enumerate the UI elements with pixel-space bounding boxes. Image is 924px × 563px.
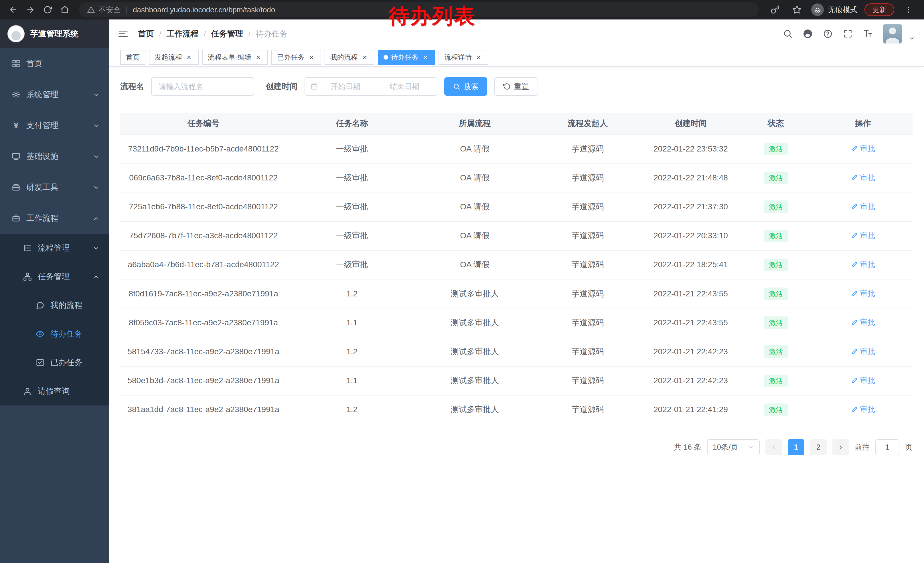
- cell-initiator: 芋道源码: [532, 221, 643, 250]
- next-page-button[interactable]: [832, 439, 849, 455]
- close-icon[interactable]: ×: [361, 53, 369, 61]
- approve-button[interactable]: 审批: [851, 231, 875, 240]
- prev-page-button[interactable]: [765, 439, 782, 455]
- approve-button[interactable]: 审批: [851, 317, 875, 327]
- sidebar-item-system[interactable]: 系统管理: [0, 79, 109, 110]
- sidebar-item-process-management[interactable]: 流程管理: [0, 234, 109, 262]
- browser-home-icon[interactable]: [57, 2, 72, 17]
- start-date-placeholder[interactable]: 开始日期: [318, 82, 373, 92]
- edit-icon: [851, 174, 858, 181]
- cell-initiator: 芋道源码: [532, 163, 643, 192]
- cell-task-name: 一级审批: [286, 163, 417, 192]
- status-badge: 激活: [764, 404, 788, 416]
- close-icon[interactable]: ×: [308, 53, 315, 61]
- process-name-input[interactable]: [151, 77, 254, 96]
- approve-button[interactable]: 审批: [851, 288, 875, 299]
- close-icon[interactable]: ×: [185, 53, 193, 61]
- search-button[interactable]: 搜索: [444, 77, 487, 96]
- sidebar-item-label: 基础设施: [26, 151, 58, 162]
- approve-button[interactable]: 审批: [851, 144, 875, 153]
- cell-created: 2022-01-22 21:48:48: [643, 163, 738, 192]
- approve-button[interactable]: 审批: [851, 173, 875, 183]
- close-icon[interactable]: ×: [422, 53, 429, 61]
- sidebar-item-workflow[interactable]: 工作流程: [0, 203, 109, 234]
- date-range-picker[interactable]: 开始日期 - 结束日期: [304, 77, 437, 96]
- cell-initiator: 芋道源码: [532, 395, 643, 424]
- tab-todo-tasks[interactable]: 待办任务×: [378, 50, 435, 65]
- sidebar-item-task-management[interactable]: 任务管理: [0, 262, 109, 291]
- sidebar-item-done-tasks[interactable]: 已办任务: [0, 348, 109, 377]
- sidebar-item-leave-query[interactable]: 请假查询: [0, 377, 109, 405]
- status-badge: 激活: [764, 258, 788, 271]
- reset-button[interactable]: 重置: [494, 77, 538, 96]
- cell-initiator: 芋道源码: [532, 308, 643, 337]
- tab-my-processes[interactable]: 我的流程×: [325, 50, 374, 65]
- cell-created: 2022-01-21 22:43:55: [643, 308, 738, 337]
- approve-button[interactable]: 审批: [851, 201, 875, 212]
- search-icon[interactable]: [783, 29, 793, 39]
- chevron-up-icon: [93, 273, 100, 280]
- breadcrumb-item[interactable]: 首页: [138, 29, 154, 39]
- approve-button[interactable]: 审批: [851, 260, 875, 269]
- page-url[interactable]: dashboard.yudao.iocoder.cn/bpm/task/todo: [133, 6, 275, 14]
- briefcase-icon: [12, 214, 21, 223]
- page-number-1[interactable]: 1: [788, 439, 804, 455]
- approve-button[interactable]: 审批: [851, 375, 875, 386]
- cell-process: OA 请假: [417, 134, 532, 163]
- cell-process: 测试多审批人: [417, 308, 532, 337]
- tab-home[interactable]: 首页: [120, 50, 146, 65]
- approve-button[interactable]: 审批: [851, 404, 875, 414]
- end-date-placeholder[interactable]: 结束日期: [377, 82, 432, 92]
- cell-task-id: 725a1eb6-7b88-11ec-8ef0-acde48001122: [120, 192, 286, 221]
- cell-process: OA 请假: [417, 221, 532, 250]
- page-number-2[interactable]: 2: [810, 439, 826, 455]
- tab-done-tasks[interactable]: 已办任务×: [272, 50, 321, 65]
- cell-task-id: a6aba0a4-7b6d-11ec-b781-acde48001122: [120, 250, 286, 279]
- sidebar-toggle-icon[interactable]: [117, 28, 129, 39]
- breadcrumb-separator: /: [249, 29, 251, 38]
- sidebar-item-todo-tasks[interactable]: 待办任务: [0, 320, 109, 348]
- cell-task-name: 1.1: [286, 366, 417, 395]
- sidebar-item-my-processes[interactable]: 我的流程: [0, 291, 109, 320]
- tab-process-detail[interactable]: 流程详情×: [438, 50, 488, 65]
- cell-initiator: 芋道源码: [532, 134, 643, 163]
- sidebar-item-home[interactable]: 首页: [0, 48, 109, 79]
- help-icon[interactable]: [823, 29, 833, 39]
- sidebar-item-payment[interactable]: ¥ 支付管理: [0, 110, 109, 141]
- github-icon[interactable]: [802, 29, 813, 39]
- browser-menu-icon[interactable]: [901, 2, 916, 17]
- security-label[interactable]: 不安全: [99, 5, 121, 15]
- browser-back-icon[interactable]: [6, 2, 21, 17]
- cell-task-name: 1.2: [286, 279, 417, 308]
- tab-form-edit[interactable]: 流程表单-编辑×: [202, 50, 268, 65]
- chevron-up-icon: [93, 215, 100, 222]
- main-layout: 芋道管理系统 首页 系统管理 ¥ 支付管理: [0, 20, 924, 563]
- tags-view-bar: 首页 发起流程× 流程表单-编辑× 已办任务× 我的流程× 待办任务× 流程详情…: [109, 48, 924, 67]
- browser-refresh-icon[interactable]: [40, 2, 55, 17]
- fullscreen-icon[interactable]: [843, 29, 853, 39]
- bookmark-star-icon[interactable]: [789, 2, 804, 17]
- incognito-label: 无痕模式: [828, 5, 858, 15]
- breadcrumb-item[interactable]: 任务管理: [211, 29, 243, 39]
- close-icon[interactable]: ×: [254, 53, 262, 61]
- close-icon[interactable]: ×: [475, 53, 483, 61]
- password-key-icon[interactable]: [768, 2, 783, 17]
- browser-forward-icon[interactable]: [23, 2, 38, 17]
- approve-button[interactable]: 审批: [851, 347, 875, 357]
- update-button[interactable]: 更新: [864, 3, 894, 17]
- font-size-icon[interactable]: [863, 29, 873, 39]
- sidebar-item-devtools[interactable]: 研发工具: [0, 172, 109, 203]
- sidebar-item-infrastructure[interactable]: 基础设施: [0, 141, 109, 172]
- avatar[interactable]: [883, 24, 902, 44]
- sidebar-item-label: 已办任务: [50, 357, 82, 368]
- eye-icon: [36, 329, 45, 338]
- list-icon: [23, 243, 32, 252]
- avatar-caret-down-icon[interactable]: [909, 33, 915, 40]
- status-badge: 激活: [764, 200, 788, 213]
- breadcrumb-item[interactable]: 工作流程: [166, 29, 199, 39]
- page-size-select[interactable]: 10条/页: [707, 439, 760, 455]
- app-logo[interactable]: 芋道管理系统: [0, 20, 109, 48]
- goto-page-input[interactable]: [875, 439, 899, 455]
- chevron-right-icon: [837, 444, 844, 450]
- tab-start-process[interactable]: 发起流程×: [149, 50, 199, 65]
